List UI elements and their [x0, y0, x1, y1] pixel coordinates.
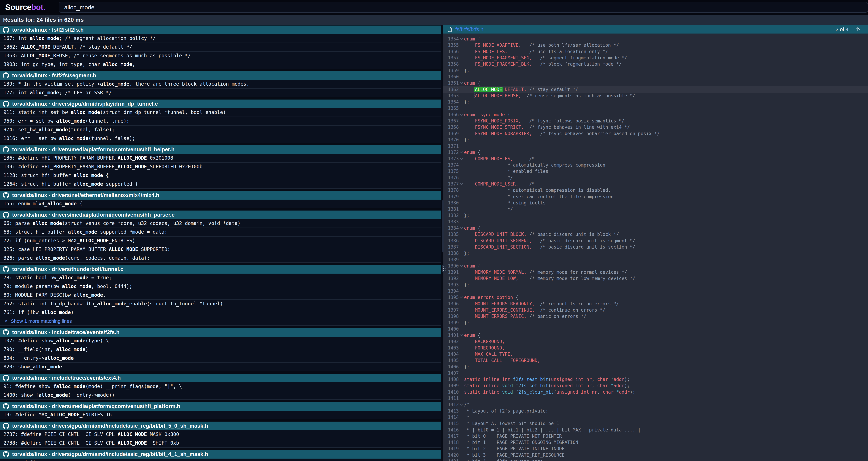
- code-line: 1391 MEMORY_MODE_NORMAL, /* memory mode …: [443, 269, 868, 275]
- line-number: 1409: [443, 383, 459, 388]
- show-more-link[interactable]: Show 1 more matching lines: [0, 317, 441, 326]
- logo-accent: bot.: [31, 3, 45, 12]
- match-line[interactable]: 326: parse_alloc_mode(core, codecs, doma…: [0, 254, 441, 263]
- file-result-header[interactable]: torvalds/linux · drivers/gpu/drm/amd/inc…: [0, 422, 441, 430]
- preview-header: fs/f2fs/f2fs.h 2 of 4: [443, 25, 868, 33]
- match-line[interactable]: 325: case HFI_PROPERTY_PARAM_BUFFER_ALLO…: [0, 245, 441, 254]
- github-icon: [3, 27, 9, 33]
- line-number: 1398: [443, 314, 459, 319]
- file-result-header[interactable]: torvalds/linux · fs/f2fs/segment.h: [0, 71, 441, 80]
- match-line[interactable]: 19: #define MAX_ALLOC_MODE_ENTRIES 16: [0, 411, 441, 419]
- match-line[interactable]: 761: if (!bw_alloc_mode): [0, 308, 441, 317]
- match-line[interactable]: 820: show_alloc_mode: [0, 363, 441, 371]
- github-icon: [3, 101, 9, 107]
- match-line[interactable]: 72: if (num_entries > MAX_ALLOC_MODE_ENT…: [0, 237, 441, 245]
- fold-chevron-icon[interactable]: [460, 403, 463, 406]
- file-result-header[interactable]: torvalds/linux · include/trace/events/f2…: [0, 328, 441, 337]
- line-number: 1401: [443, 333, 459, 338]
- match-line[interactable]: 790: __field(int, alloc_mode): [0, 345, 441, 354]
- match-line[interactable]: 974: set_bw_alloc_mode(tunnel, false);: [0, 125, 441, 134]
- match-line[interactable]: 80: MODULE_PARM_DESC(bw_alloc_mode,: [0, 291, 441, 299]
- line-number: 1377: [443, 181, 459, 186]
- code-line: 1381 */: [443, 206, 868, 212]
- fold-chevron-icon[interactable]: [460, 81, 463, 84]
- match-line[interactable]: 1016: err = set_bw_alloc_mode(tunnel, fa…: [0, 134, 441, 143]
- next-match-button[interactable]: [867, 26, 868, 32]
- file-result-header[interactable]: torvalds/linux · drivers/media/platform/…: [0, 210, 441, 219]
- file-result-header[interactable]: torvalds/linux · drivers/thunderbolt/tun…: [0, 265, 441, 273]
- match-line[interactable]: 1400: show_falloc_mode(__entry->mode)): [0, 391, 441, 400]
- match-line[interactable]: 78: static bool bw_alloc_mode = true;: [0, 273, 441, 282]
- code-line: 1366enum fsync_mode {: [443, 112, 868, 118]
- fold-chevron-icon[interactable]: [460, 182, 463, 185]
- file-result-header[interactable]: torvalds/linux · drivers/media/platform/…: [0, 402, 441, 411]
- match-line[interactable]: 139: #define HFI_PROPERTY_PARAM_BUFFER_A…: [0, 163, 441, 171]
- fold-chevron-icon[interactable]: [460, 264, 463, 267]
- match-position-label: 2 of 4: [836, 26, 848, 32]
- match-line[interactable]: 2151: #define PCIE_CI_CNTL__CI_SLV_CPL_A…: [0, 459, 441, 461]
- match-line[interactable]: 155: enum mlx4_alloc_mode {: [0, 200, 441, 208]
- match-line[interactable]: 1362: ALLOC_MODE_DEFAULT, /* stay defaul…: [0, 43, 441, 52]
- match-line[interactable]: 2737: #define PCIE_CI_CNTL__CI_SLV_CPL_A…: [0, 430, 441, 439]
- line-number: 1373: [443, 156, 459, 162]
- code-line: 1397 MOUNT_ERRORS_CONTINUE, /* continue …: [443, 307, 868, 313]
- match-line[interactable]: 1363: ALLOC_MODE_REUSE, /* reuse segment…: [0, 52, 441, 60]
- search-input[interactable]: [59, 2, 868, 13]
- code-line: 1380 * using ioctls: [443, 200, 868, 206]
- fold-chevron-icon[interactable]: [460, 157, 463, 160]
- line-number: 1413: [443, 408, 459, 413]
- match-line[interactable]: 66: parse_alloc_mode(struct venus_core *…: [0, 219, 441, 228]
- match-line[interactable]: 2738: #define PCIE_CI_CNTL__CI_SLV_CPL_A…: [0, 439, 441, 448]
- file-result-header[interactable]: torvalds/linux · drivers/net/ethernet/me…: [0, 191, 441, 200]
- file-result-header[interactable]: torvalds/linux · include/trace/events/ex…: [0, 374, 441, 382]
- code-line: 1354enum {: [443, 36, 868, 42]
- code-line: 1393};: [443, 282, 868, 288]
- line-number: 1381: [443, 206, 459, 212]
- code-line: 1382};: [443, 212, 868, 219]
- file-result-label: torvalds/linux · fs/f2fs/segment.h: [12, 73, 96, 79]
- match-line[interactable]: 804: __entry->alloc_mode: [0, 354, 441, 363]
- match-line[interactable]: 167: int alloc_mode; /* segment allocati…: [0, 34, 441, 43]
- match-line[interactable]: 752: static int tb_dp_bandwidth_alloc_mo…: [0, 299, 441, 308]
- code-line: 1398 MOUNT_ERRORS_PANIC, /* panic on err…: [443, 313, 868, 319]
- preview-file-link[interactable]: fs/f2fs/f2fs.h: [455, 26, 484, 32]
- app-logo[interactable]: Sourcebot.: [5, 2, 45, 12]
- match-line[interactable]: 139: * In the victim_sel_policy->alloc_m…: [0, 80, 441, 89]
- fold-chevron-icon[interactable]: [460, 226, 463, 229]
- match-line[interactable]: 136: #define HFI_PROPERTY_PARAM_BUFFER_A…: [0, 154, 441, 163]
- match-line[interactable]: 911: static int set_bw_alloc_mode(struct…: [0, 108, 441, 117]
- match-line[interactable]: 79: module_param(bw_alloc_mode, bool, 04…: [0, 282, 441, 291]
- file-result-header[interactable]: torvalds/linux · fs/f2fs/f2fs.h: [0, 26, 441, 34]
- code-line: 1389: [443, 256, 868, 263]
- fold-chevron-icon[interactable]: [460, 333, 463, 336]
- fold-chevron-icon[interactable]: [460, 295, 463, 298]
- match-line[interactable]: 1128: struct hfi_buffer_alloc_mode {: [0, 171, 441, 180]
- left-panel-scrollbar-thumb[interactable]: [442, 200, 444, 252]
- previous-match-button[interactable]: [855, 26, 861, 32]
- file-result-header[interactable]: torvalds/linux · drivers/gpu/drm/amd/inc…: [0, 450, 441, 459]
- line-number: 1360: [443, 74, 459, 79]
- line-number: 1405: [443, 358, 459, 363]
- panel-resize-handle[interactable]: [442, 264, 446, 272]
- fold-chevron-icon[interactable]: [460, 150, 463, 153]
- code-line: 1403 FOREGROUND,: [443, 345, 868, 351]
- match-line[interactable]: 107: #define show_alloc_mode(type) \: [0, 337, 441, 345]
- line-number: 1358: [443, 61, 459, 67]
- file-result-header[interactable]: torvalds/linux · drivers/media/platform/…: [0, 145, 441, 154]
- match-line[interactable]: 68: struct hfi_buffer_alloc_mode_support…: [0, 228, 441, 237]
- file-result-section: torvalds/linux · fs/f2fs/segment.h139: *…: [0, 71, 441, 97]
- other-match-highlight: ALLOC_MODE: [475, 93, 502, 98]
- match-line[interactable]: 960: err = set_bw_alloc_mode(tunnel, tru…: [0, 117, 441, 125]
- fold-chevron-icon[interactable]: [460, 37, 463, 40]
- line-number: 1371: [443, 143, 459, 149]
- fold-chevron-icon[interactable]: [460, 113, 463, 116]
- match-line[interactable]: 1264: struct hfi_buffer_alloc_mode_suppo…: [0, 180, 441, 189]
- line-number: 1411: [443, 396, 459, 401]
- line-number: 1356: [443, 49, 459, 54]
- code-line: 1372enum {: [443, 149, 868, 155]
- match-line[interactable]: 177: int alloc_mode; /* LFS or SSR */: [0, 89, 441, 97]
- code-line: 1415 * Layout A: lowest bit should be 1: [443, 420, 868, 427]
- file-result-header[interactable]: torvalds/linux · drivers/gpu/drm/display…: [0, 99, 441, 108]
- match-line[interactable]: 3903: int gc_type, int type, char alloc_…: [0, 60, 441, 69]
- match-line[interactable]: 91: #define show_falloc_mode(mode) __pri…: [0, 382, 441, 391]
